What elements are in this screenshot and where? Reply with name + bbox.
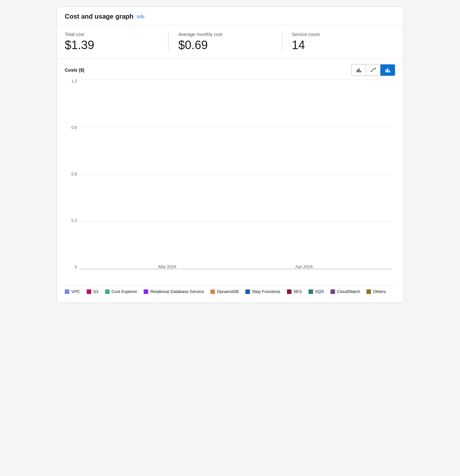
legend-item-cost-explorer: Cost Explorer [105,289,137,294]
y-label-0: 0 [75,265,77,269]
legend-item-cloudwatch: CloudWatch [330,289,360,294]
x-label-apr: Apr 2024 [295,264,313,269]
bar-group-apr: Apr 2024 [284,261,324,269]
svg-rect-0 [357,70,358,72]
bars-container: Mar 2024 Apr 2024 [80,79,392,269]
chart-y-label: Costs ($) [65,67,84,73]
stacked-bar-chart-button[interactable] [380,64,395,76]
legend-label-dynamodb: DynamoDB [217,289,239,294]
legend-item-sqs: SQS [309,289,324,294]
grid-line-bottom [80,269,392,269]
svg-rect-2 [360,71,361,72]
legend-swatch-sqs [309,289,313,294]
legend-swatch-s3 [87,289,91,294]
service-count-value: 14 [292,38,385,52]
avg-monthly-label: Average monthly cost [178,32,272,37]
info-link[interactable]: Info [137,14,144,19]
y-label-0.9: 0.9 [71,126,77,130]
legend-swatch-ses [287,289,292,294]
svg-rect-11 [387,68,388,69]
y-label-0.6: 0.6 [71,172,77,176]
svg-rect-9 [385,69,387,70]
avg-monthly-block: Average monthly cost $0.69 [178,32,282,52]
x-axis-line [80,269,392,269]
x-label-mar: Mar 2024 [158,264,176,269]
legend-item-dynamodb: DynamoDB [210,289,239,294]
total-cost-block: Total cost $1.39 [65,32,168,52]
service-count-block: Service count 14 [292,32,395,52]
svg-rect-1 [358,68,360,72]
card-title: Cost and usage graph [65,13,133,20]
legend-item-others: Others [366,289,386,294]
legend-item-step-functions: Step Functions [245,289,280,294]
svg-rect-13 [389,70,390,71]
legend-label-others: Others [373,289,386,294]
total-cost-label: Total cost [65,32,158,37]
svg-rect-8 [385,70,387,72]
bar-chart-icon [356,67,362,73]
legend-label-sqs: SQS [315,289,324,294]
stacked-bar-chart-icon [385,67,391,73]
legend-item-rds: Relational Database Service [144,289,204,294]
cost-usage-card: Cost and usage graph Info Total cost $1.… [57,7,403,303]
legend-swatch-rds [144,289,148,294]
legend-swatch-cost-explorer [105,289,110,294]
avg-monthly-value: $0.69 [178,38,272,52]
legend-swatch-others [366,289,371,294]
legend-item-s3: S3 [87,289,98,294]
legend-item-vpc: VPC [65,289,80,294]
y-axis: 1.2 0.9 0.6 0.3 0 [65,79,80,269]
svg-line-6 [371,69,373,71]
chart-area: 1.2 0.9 0.6 0.3 0 [65,79,395,282]
legend-label-cloudwatch: CloudWatch [337,289,360,294]
legend-label-s3: S3 [93,289,98,294]
bar-chart-button[interactable] [352,64,366,76]
legend-label-rds: Relational Database Service [150,289,204,294]
y-label-0.3: 0.3 [71,219,77,223]
chart-section: Costs ($) [57,59,403,302]
metrics-row: Total cost $1.39 Average monthly cost $0… [57,25,403,59]
legend-item-ses: SES [287,289,302,294]
chart-inner: Mar 2024 Apr 2024 [80,79,392,269]
service-count-label: Service count [292,32,385,37]
legend-swatch-vpc [65,289,69,294]
legend-label-cost-explorer: Cost Explorer [112,289,137,294]
chart-header: Costs ($) [65,64,395,76]
legend-swatch-dynamodb [210,289,215,294]
legend-label-ses: SES [293,289,302,294]
legend-swatch-step-functions [245,289,250,294]
bar-group-mar: Mar 2024 [148,261,187,269]
svg-rect-12 [389,71,390,72]
line-chart-icon [370,67,376,73]
y-label-1.2: 1.2 [71,79,77,83]
legend-label-step-functions: Step Functions [252,289,280,294]
total-cost-value: $1.39 [65,38,158,52]
legend-swatch-cloudwatch [330,289,335,294]
chart-controls [351,64,395,76]
card-header: Cost and usage graph Info [57,7,403,25]
legend-label-vpc: VPC [71,289,80,294]
line-chart-button[interactable] [366,64,380,76]
legend-row: VPC S3 Cost Explorer Relational Database… [65,285,395,299]
svg-rect-10 [387,69,388,72]
